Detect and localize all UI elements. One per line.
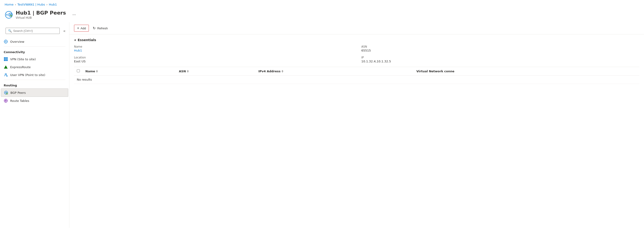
th-checkbox	[74, 67, 82, 75]
essentials-chevron-icon: ∧	[74, 38, 76, 41]
sidebar-item-bgppeers[interactable]: BGP Peers	[1, 88, 68, 97]
bgp-icon	[4, 91, 8, 95]
th-asn-label: ASN	[179, 69, 186, 73]
essentials-grid: Name Hub1 ASN 65515 Location East US IP …	[74, 45, 639, 63]
essentials-header[interactable]: ∧ Essentials	[74, 38, 639, 42]
plus-icon: +	[77, 26, 79, 30]
toolbar: + Add ↻ Refresh	[70, 22, 644, 34]
more-options-button[interactable]: ···	[70, 11, 78, 18]
table-body: No results	[74, 75, 639, 84]
breadcrumb-sep2: ›	[46, 3, 48, 6]
svg-point-23	[5, 100, 6, 101]
sort-icon-name	[96, 70, 98, 72]
sidebar-item-label-routetables: Route Tables	[10, 99, 29, 103]
no-results-cell: No results	[74, 75, 639, 84]
th-name-label: Name	[85, 69, 95, 73]
hub-icon-container	[5, 11, 13, 19]
sidebar-item-expressroute[interactable]: ExpressRoute	[0, 63, 69, 71]
hub-icon	[5, 11, 12, 18]
sidebar-divider-2	[4, 80, 66, 80]
th-ipv4[interactable]: IPv4 Address	[256, 67, 414, 75]
field-ip: IP 10.1.32.4,10.1.32.5	[361, 56, 639, 63]
sort-icon-ipv4	[282, 70, 283, 72]
sidebar: 🔍 « Overview Connectivity	[0, 22, 70, 228]
svg-point-8	[5, 41, 6, 42]
table-header: Name ASN	[74, 67, 639, 75]
field-ip-value: 10.1.32.4,10.1.32.5	[361, 60, 639, 63]
field-name: Name Hub1	[74, 45, 352, 52]
routetables-icon	[4, 99, 8, 103]
refresh-button[interactable]: ↻ Refresh	[90, 24, 111, 32]
th-ipv4-label: IPv4 Address	[258, 69, 280, 73]
table-section: Name ASN	[70, 67, 644, 84]
field-asn-label: ASN	[361, 45, 639, 48]
page-header: Hub1 | BGP Peers Virtual HUB ···	[0, 8, 644, 22]
sidebar-item-label-uservpn: User VPN (Point to site)	[10, 73, 45, 77]
field-asn: ASN 65515	[361, 45, 639, 52]
field-name-value[interactable]: Hub1	[74, 49, 352, 52]
essentials-title: Essentials	[78, 38, 96, 42]
breadcrumb-sep1: ›	[15, 3, 16, 6]
field-asn-value: 65515	[361, 49, 639, 52]
sidebar-divider-1	[4, 46, 66, 47]
th-asn[interactable]: ASN	[176, 67, 256, 75]
field-location-value: East US	[74, 60, 352, 63]
svg-point-13	[5, 73, 6, 75]
sidebar-section-routing: Routing	[0, 81, 69, 88]
expressroute-icon	[4, 65, 8, 69]
sidebar-item-label-bgppeers: BGP Peers	[10, 91, 26, 94]
sort-icon-asn	[187, 70, 189, 72]
uservpn-icon	[4, 73, 8, 77]
search-input[interactable]	[13, 29, 57, 32]
field-location-label: Location	[74, 56, 352, 59]
main-layout: 🔍 « Overview Connectivity	[0, 22, 644, 228]
essentials-section: ∧ Essentials Name Hub1 ASN 65515 Locatio…	[70, 34, 644, 67]
no-results-row: No results	[74, 75, 639, 84]
sidebar-item-label-vpn: VPN (Site to site)	[10, 57, 36, 61]
field-name-label: Name	[74, 45, 352, 48]
search-icon: 🔍	[8, 29, 12, 32]
sidebar-section-connectivity: Connectivity	[0, 48, 69, 55]
breadcrumb-testvwan[interactable]: TestVWAN1 | Hubs	[17, 3, 45, 6]
field-ip-label: IP	[361, 56, 639, 59]
breadcrumb-home[interactable]: Home	[5, 3, 14, 6]
sidebar-item-label-expressroute: ExpressRoute	[10, 65, 31, 69]
sidebar-collapse-button[interactable]: «	[62, 28, 66, 34]
sidebar-item-label-overview: Overview	[10, 40, 24, 43]
page-title-container: Hub1 | BGP Peers Virtual HUB	[16, 10, 66, 19]
th-vnet: Virtual Network conne	[414, 67, 639, 75]
field-location: Location East US	[74, 56, 352, 63]
page-title: Hub1 | BGP Peers	[16, 10, 66, 16]
sidebar-item-routetables[interactable]: Route Tables	[0, 97, 69, 105]
sidebar-item-overview[interactable]: Overview	[0, 38, 69, 45]
add-button[interactable]: + Add	[74, 25, 89, 32]
th-name[interactable]: Name	[82, 67, 176, 75]
select-all-checkbox[interactable]	[77, 69, 80, 72]
breadcrumb: Home › TestVWAN1 | Hubs › Hub1	[0, 0, 644, 8]
main-content: + Add ↻ Refresh ∧ Essentials Name Hub1	[70, 22, 644, 228]
add-button-label: Add	[80, 26, 86, 30]
bgp-peers-table: Name ASN	[74, 67, 639, 84]
refresh-button-label: Refresh	[97, 26, 108, 30]
refresh-icon: ↻	[93, 26, 96, 30]
sidebar-search-container: 🔍	[6, 28, 60, 34]
th-vnet-label: Virtual Network conne	[416, 69, 454, 73]
sidebar-item-uservpn[interactable]: User VPN (Point to site)	[0, 71, 69, 79]
page-subtitle: Virtual HUB	[16, 16, 66, 19]
sidebar-item-vpn[interactable]: VPN (Site to site)	[0, 55, 69, 63]
breadcrumb-hub1[interactable]: Hub1	[49, 3, 57, 6]
vpn-icon	[4, 57, 8, 61]
overview-icon	[4, 39, 8, 44]
